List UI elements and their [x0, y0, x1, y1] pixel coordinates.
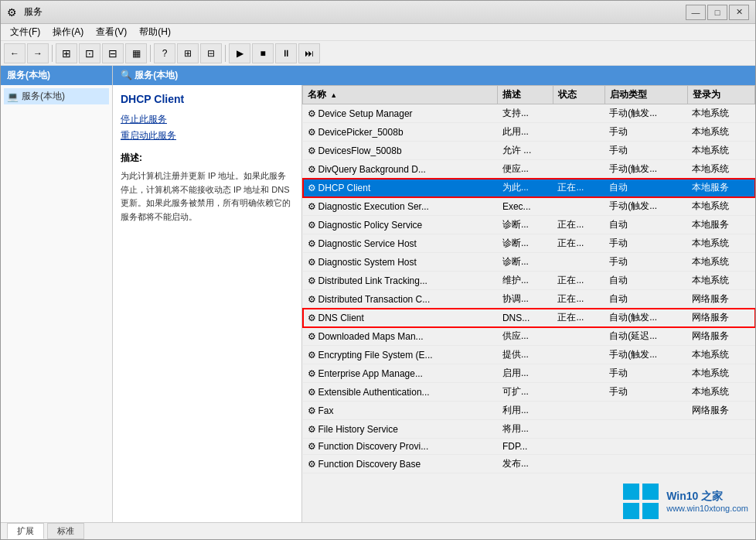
- cell-name: ⚙Extensible Authentication...: [303, 383, 498, 402]
- watermark-logo: [621, 482, 660, 521]
- close-button[interactable]: ✕: [729, 5, 749, 20]
- restart-service-link[interactable]: 重启动此服务: [121, 129, 294, 142]
- forward-button[interactable]: →: [27, 43, 49, 63]
- table-row[interactable]: ⚙DevicesFlow_5008b允许 ...手动本地系统: [303, 142, 755, 160]
- title-bar: ⚙ 服务 — □ ✕: [1, 1, 755, 24]
- back-button[interactable]: ←: [4, 43, 26, 63]
- table-row[interactable]: ⚙File History Service将用...: [303, 420, 755, 439]
- cell-startup: 自动: [604, 272, 687, 290]
- icon-view-button[interactable]: ⊟: [102, 43, 124, 63]
- cell-name: ⚙Device Setup Manager: [303, 104, 498, 123]
- service-table-body: ⚙Device Setup Manager支持...手动(触发...本地系统⚙D…: [303, 104, 755, 473]
- cell-desc: Exec...: [498, 197, 553, 216]
- cell-startup: 自动: [604, 290, 687, 309]
- table-row[interactable]: ⚙Device Setup Manager支持...手动(触发...本地系统: [303, 104, 755, 123]
- pause-button[interactable]: ⏸: [275, 43, 297, 63]
- cell-desc: 供应...: [498, 327, 553, 346]
- cell-name: ⚙Function Discovery Provi...: [303, 439, 498, 455]
- table-row[interactable]: ⚙Diagnostic Execution Ser...Exec...手动(触发…: [303, 197, 755, 216]
- col-name[interactable]: 名称 ▲: [303, 86, 498, 104]
- tab-extended[interactable]: 扩展: [7, 523, 44, 539]
- table-row[interactable]: ⚙Function Discovery Base发布...: [303, 455, 755, 473]
- col-desc[interactable]: 描述: [498, 86, 553, 104]
- table-row[interactable]: ⚙Downloaded Maps Man...供应...自动(延迟...网络服务: [303, 327, 755, 346]
- info-button[interactable]: ▦: [125, 43, 147, 63]
- service-icon: ⚙: [308, 459, 316, 470]
- table-row[interactable]: ⚙DNS ClientDNS...正在...自动(触发...网络服务: [303, 309, 755, 327]
- table-row[interactable]: ⚙Function Discovery Provi...FDP...: [303, 439, 755, 455]
- list-view-button[interactable]: ⊞: [56, 43, 77, 63]
- menu-view[interactable]: 查看(V): [90, 24, 133, 40]
- maximize-button[interactable]: □: [707, 5, 727, 20]
- cell-desc: 发布...: [498, 455, 553, 473]
- cell-name: ⚙Diagnostic System Host: [303, 253, 498, 272]
- cell-status: [553, 327, 604, 346]
- svg-rect-3: [642, 503, 659, 519]
- main-window: ⚙ 服务 — □ ✕ 文件(F) 操作(A) 查看(V) 帮助(H) ← → ⊞…: [0, 0, 756, 540]
- detail-view-button[interactable]: ⊡: [79, 43, 100, 63]
- table-row[interactable]: ⚙DHCP Client为此...正在...自动本地服务: [303, 179, 755, 197]
- menu-help[interactable]: 帮助(H): [133, 24, 177, 40]
- cell-status: [553, 197, 604, 216]
- table-row[interactable]: ⚙DevicePicker_5008b此用...手动本地系统: [303, 123, 755, 142]
- cell-startup: [604, 455, 687, 473]
- cell-status: [553, 402, 604, 420]
- cell-login: 网络服务: [687, 402, 754, 420]
- help-button[interactable]: ?: [154, 43, 175, 63]
- cell-status: [553, 104, 604, 123]
- filter-button[interactable]: ⊟: [200, 43, 222, 63]
- table-row[interactable]: ⚙Extensible Authentication...可扩...手动本地系统: [303, 383, 755, 402]
- service-icon: ⚙: [308, 313, 316, 323]
- table-row[interactable]: ⚙Enterprise App Manage...启用...手动本地系统: [303, 364, 755, 383]
- left-panel-header: 服务(本地): [1, 66, 112, 85]
- cell-desc: 将用...: [498, 420, 553, 439]
- desc-text: 为此计算机注册并更新 IP 地址。如果此服务停止，计算机将不能接收动态 IP 地…: [121, 169, 294, 224]
- cell-status: [553, 142, 604, 160]
- cell-desc: 利用...: [498, 402, 553, 420]
- service-icon: ⚙: [308, 294, 316, 305]
- stop-service-link[interactable]: 停止此服务: [121, 113, 294, 126]
- cell-login: 本地系统: [687, 104, 754, 123]
- cell-desc: 提供...: [498, 346, 553, 364]
- right-panel-title: 服务(本地): [135, 70, 178, 80]
- tab-standard[interactable]: 标准: [47, 523, 84, 539]
- cell-name: ⚙DivQuery Background D...: [303, 160, 498, 179]
- service-table: 名称 ▲ 描述 状态 启动类型 登录为 ⚙Device Setup Manage…: [302, 85, 755, 473]
- col-login[interactable]: 登录为: [687, 86, 754, 104]
- cell-name: ⚙Function Discovery Base: [303, 455, 498, 473]
- right-panel-header: 🔍 服务(本地): [113, 66, 755, 85]
- table-row[interactable]: ⚙Diagnostic Policy Service诊断...正在...自动本地…: [303, 216, 755, 234]
- menu-file[interactable]: 文件(F): [4, 24, 46, 40]
- cell-name: ⚙Diagnostic Execution Ser...: [303, 197, 498, 216]
- cell-desc: FDP...: [498, 439, 553, 455]
- table-scroll-wrapper[interactable]: 名称 ▲ 描述 状态 启动类型 登录为 ⚙Device Setup Manage…: [302, 85, 755, 522]
- col-status[interactable]: 状态: [553, 86, 604, 104]
- table-row[interactable]: ⚙Distributed Link Tracking...维护...正在...自…: [303, 272, 755, 290]
- play-button[interactable]: ▶: [229, 43, 250, 63]
- cell-desc: 维护...: [498, 272, 553, 290]
- table-row[interactable]: ⚙Diagnostic Service Host诊断...正在...手动本地系统: [303, 234, 755, 253]
- tree-item-local-services[interactable]: 💻 服务(本地): [4, 88, 109, 104]
- window-controls: — □ ✕: [686, 5, 749, 20]
- cell-status: [553, 455, 604, 473]
- next-button[interactable]: ⏭: [298, 43, 320, 63]
- cell-startup: 自动: [604, 179, 687, 197]
- stop-button[interactable]: ■: [252, 43, 274, 63]
- svg-rect-1: [642, 484, 659, 500]
- menu-action[interactable]: 操作(A): [46, 24, 90, 40]
- cell-login: [687, 420, 754, 439]
- cell-name: ⚙Enterprise App Manage...: [303, 364, 498, 383]
- table-row[interactable]: ⚙Fax利用...网络服务: [303, 402, 755, 420]
- col-startup[interactable]: 启动类型: [604, 86, 687, 104]
- service-list-panel: 名称 ▲ 描述 状态 启动类型 登录为 ⚙Device Setup Manage…: [302, 85, 755, 522]
- table-row[interactable]: ⚙Encrypting File System (E...提供...手动(触发.…: [303, 346, 755, 364]
- service-name-title: DHCP Client: [121, 93, 294, 105]
- table-row[interactable]: ⚙Diagnostic System Host诊断...手动本地系统: [303, 253, 755, 272]
- properties-button[interactable]: ⊞: [177, 43, 199, 63]
- table-row[interactable]: ⚙Distributed Transaction C...协调...正在...自…: [303, 290, 755, 309]
- cell-login: 本地系统: [687, 197, 754, 216]
- service-icon: ⚙: [308, 257, 316, 268]
- cell-desc: 诊断...: [498, 253, 553, 272]
- minimize-button[interactable]: —: [686, 5, 706, 20]
- table-row[interactable]: ⚙DivQuery Background D...便应...手动(触发...本地…: [303, 160, 755, 179]
